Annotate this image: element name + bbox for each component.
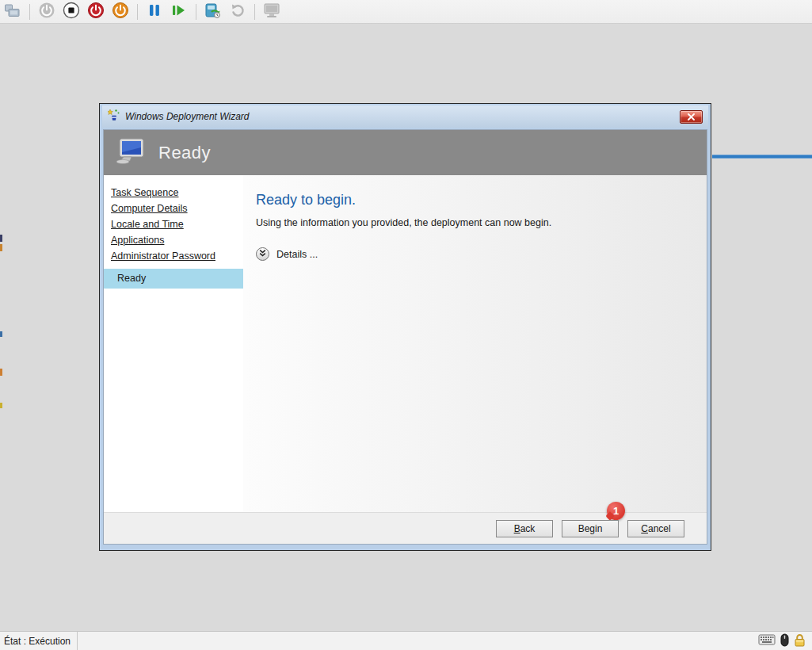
sidebar-item-task-sequence[interactable]: Task Sequence xyxy=(104,185,243,201)
desktop-icon-fragment xyxy=(0,244,2,251)
dialog-title: Windows Deployment Wizard xyxy=(125,111,680,122)
wizard-app-icon xyxy=(108,109,120,124)
background-window-edge xyxy=(712,155,812,159)
vm-status-bar: État : Exécution xyxy=(0,631,812,650)
monitor-icon xyxy=(114,138,146,168)
deployment-wizard-dialog: Windows Deployment Wizard xyxy=(99,103,711,551)
content-heading: Ready to begin. xyxy=(256,192,691,208)
vm-state-label: État : Exécution xyxy=(4,636,71,647)
wizard-header-band: Ready xyxy=(104,130,707,175)
close-button[interactable] xyxy=(680,110,703,124)
sidebar-item-applications[interactable]: Applications xyxy=(104,232,243,248)
toolbar-separator xyxy=(196,4,196,20)
start-button[interactable] xyxy=(36,2,57,22)
power-gray-icon xyxy=(38,2,55,21)
play-icon xyxy=(171,3,187,20)
mouse-icon xyxy=(780,633,789,649)
undo-arrow-icon xyxy=(230,2,246,21)
vm-desktop: Windows Deployment Wizard xyxy=(0,24,812,631)
vm-state-cell: État : Exécution xyxy=(0,632,78,650)
annotation-badge-1: 1 xyxy=(607,502,625,520)
checkpoint-button[interactable] xyxy=(203,2,223,22)
session-monitor-icon xyxy=(262,2,281,21)
toolbar-separator xyxy=(137,4,138,20)
desktop-icon-fragment xyxy=(0,403,2,408)
pause-icon xyxy=(147,3,162,20)
cancel-button[interactable]: Cancel xyxy=(627,520,684,537)
pause-button[interactable] xyxy=(144,2,165,22)
wizard-main: Task Sequence Computer Details Locale an… xyxy=(104,175,707,512)
stop-icon xyxy=(63,2,80,21)
begin-button[interactable]: Begin xyxy=(562,520,619,537)
desktop-icon-fragment xyxy=(0,331,2,337)
status-icons xyxy=(758,633,812,649)
ctrl-alt-delete-button[interactable] xyxy=(2,2,23,22)
blocks-icon xyxy=(4,2,21,21)
wizard-footer: 1 Back Begin Cancel xyxy=(104,512,707,544)
turn-off-button[interactable] xyxy=(61,2,82,22)
shut-down-button[interactable] xyxy=(86,2,106,22)
wizard-content: Ready to begin. Using the information yo… xyxy=(243,175,707,512)
sidebar-item-administrator-password[interactable]: Administrator Password xyxy=(104,248,243,264)
back-button[interactable]: Back xyxy=(496,520,553,537)
resume-button[interactable] xyxy=(169,2,189,22)
lock-icon xyxy=(794,633,806,649)
details-label[interactable]: Details ... xyxy=(276,249,318,260)
vm-console-toolbar xyxy=(0,0,812,24)
toolbar-separator xyxy=(29,4,30,20)
desktop-icon-fragment xyxy=(0,235,2,242)
keyboard-icon xyxy=(758,634,776,648)
wizard-page-title: Ready xyxy=(158,143,211,163)
sidebar-item-computer-details[interactable]: Computer Details xyxy=(104,201,243,216)
dialog-body: Ready Task Sequence Computer Details Loc… xyxy=(103,129,707,545)
details-expand-button[interactable] xyxy=(256,247,269,261)
toolbar-separator xyxy=(254,4,255,20)
double-chevron-down-icon xyxy=(258,248,267,260)
save-state-button[interactable] xyxy=(110,2,131,22)
sidebar-item-ready-selected[interactable]: Ready xyxy=(104,269,243,289)
checkpoint-icon xyxy=(204,2,222,21)
enhanced-session-button[interactable] xyxy=(261,2,282,22)
dialog-titlebar[interactable]: Windows Deployment Wizard xyxy=(102,105,708,128)
sidebar-item-locale-and-time[interactable]: Locale and Time xyxy=(104,216,243,232)
close-icon xyxy=(688,111,695,123)
revert-button[interactable] xyxy=(227,2,248,22)
wizard-sidebar: Task Sequence Computer Details Locale an… xyxy=(104,175,243,512)
desktop-icon-fragment xyxy=(0,369,2,376)
details-row: Details ... xyxy=(256,247,691,261)
content-message: Using the information you provided, the … xyxy=(256,217,691,228)
power-orange-icon xyxy=(112,2,129,21)
power-red-icon xyxy=(87,2,105,21)
